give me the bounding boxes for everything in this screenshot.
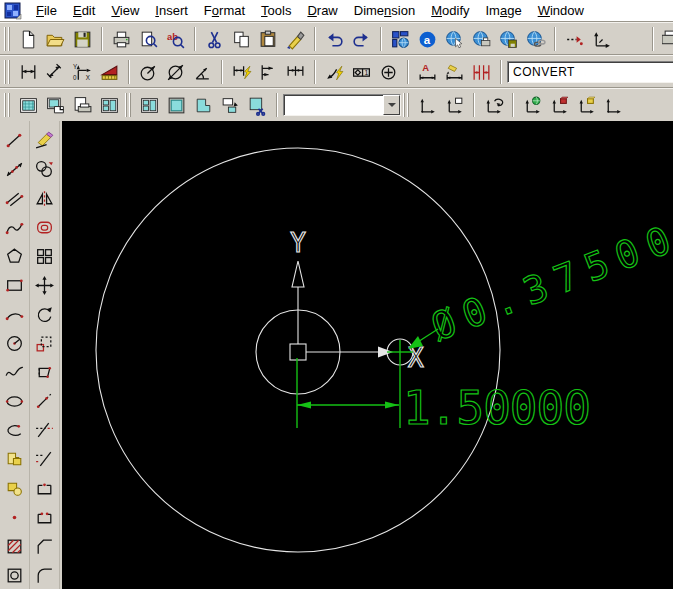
drawing-area[interactable]: Y X Ø0.37500 1.50000 xyxy=(62,121,673,589)
object-ucs-button[interactable] xyxy=(547,92,573,118)
region-tool[interactable] xyxy=(1,561,29,589)
diameter-dimension-text[interactable]: Ø0.37500 xyxy=(425,218,673,349)
dimension-edit-button[interactable] xyxy=(442,59,468,85)
line-tool[interactable] xyxy=(1,126,29,155)
ucs-axes-button[interactable] xyxy=(589,26,615,52)
cad-app-icon[interactable] xyxy=(4,2,22,20)
radius-dimension-button[interactable] xyxy=(136,59,162,85)
autodesk-online-button[interactable]: a xyxy=(415,26,441,52)
toolbar-grab-handle[interactable] xyxy=(125,93,132,117)
world-ucs-button[interactable] xyxy=(520,92,546,118)
web-browse-button[interactable] xyxy=(442,26,468,52)
clipped-ucs-button[interactable] xyxy=(601,92,627,118)
spline-tool[interactable] xyxy=(1,358,29,387)
mirror-tool[interactable] xyxy=(31,184,59,213)
menu-format[interactable]: Format xyxy=(196,1,253,20)
polygonal-viewport-button[interactable] xyxy=(191,92,217,118)
menu-tools[interactable]: Tools xyxy=(253,1,299,20)
scale-tool[interactable] xyxy=(31,329,59,358)
aligned-dimension-button[interactable] xyxy=(43,59,69,85)
stretch-tool[interactable] xyxy=(31,358,59,387)
display-viewports-button[interactable] xyxy=(137,92,163,118)
outer-circle-entity[interactable] xyxy=(96,148,500,552)
lengthen-tool[interactable] xyxy=(31,387,59,416)
single-viewport-button[interactable] xyxy=(164,92,190,118)
rotate-tool[interactable] xyxy=(31,300,59,329)
toolbar-grab-handle[interactable] xyxy=(4,93,11,117)
convert-object-to-viewport-button[interactable] xyxy=(218,92,244,118)
quick-leader-button[interactable] xyxy=(322,59,348,85)
menu-dimension[interactable]: Dimension xyxy=(346,1,423,20)
layout-from-template-button[interactable] xyxy=(43,92,69,118)
insert-block-tool[interactable] xyxy=(1,445,29,474)
match-properties-button[interactable] xyxy=(283,26,309,52)
cut-button[interactable] xyxy=(202,26,228,52)
viewports-dialog-button[interactable] xyxy=(97,92,123,118)
print-button[interactable] xyxy=(109,26,135,52)
extend-tool[interactable] xyxy=(31,445,59,474)
polyline-tool[interactable] xyxy=(1,213,29,242)
menu-draw[interactable]: Draw xyxy=(299,1,345,20)
named-ucs-button[interactable] xyxy=(442,92,468,118)
linear-dimension-button[interactable] xyxy=(16,59,42,85)
spell-check-button[interactable]: ab xyxy=(163,26,189,52)
menu-view[interactable]: View xyxy=(103,1,147,20)
open-button[interactable] xyxy=(43,26,69,52)
hyperlink-button[interactable] xyxy=(523,26,549,52)
new-layout-button[interactable] xyxy=(16,92,42,118)
viewport-scale-combo-dropdown-button[interactable] xyxy=(383,95,400,115)
clip-viewport-button[interactable] xyxy=(245,92,271,118)
baseline-dimension-button[interactable] xyxy=(256,59,282,85)
menu-modify[interactable]: Modify xyxy=(423,1,477,20)
wedge-ruler-dimension-button[interactable] xyxy=(97,59,123,85)
point-tool[interactable] xyxy=(1,503,29,532)
menu-file[interactable]: File xyxy=(28,1,65,20)
break-at-point-tool[interactable] xyxy=(31,503,59,532)
erase-tool[interactable] xyxy=(31,126,59,155)
publish-to-web-button[interactable] xyxy=(388,26,414,52)
ucs-button[interactable] xyxy=(415,92,441,118)
new-button[interactable] xyxy=(16,26,42,52)
origin-ucs-button[interactable] xyxy=(574,92,600,118)
trim-tool[interactable] xyxy=(31,416,59,445)
drawing-canvas-svg[interactable]: Y X Ø0.37500 1.50000 xyxy=(62,121,673,589)
menu-insert[interactable]: Insert xyxy=(147,1,196,20)
circle-tool[interactable] xyxy=(1,329,29,358)
page-setup-button[interactable] xyxy=(70,92,96,118)
toolbar-grab-handle[interactable] xyxy=(4,60,11,84)
center-grip-box[interactable] xyxy=(290,344,306,360)
move-tool[interactable] xyxy=(31,271,59,300)
continue-dimension-button[interactable] xyxy=(283,59,309,85)
copy-button[interactable] xyxy=(229,26,255,52)
redo-button[interactable] xyxy=(349,26,375,52)
polygon-tool[interactable] xyxy=(1,242,29,271)
hatch-tool[interactable] xyxy=(1,532,29,561)
quick-dimension-button[interactable] xyxy=(229,59,255,85)
print-preview-button[interactable] xyxy=(136,26,162,52)
make-block-tool[interactable] xyxy=(1,474,29,503)
array-tool[interactable] xyxy=(31,242,59,271)
menu-image[interactable]: Image xyxy=(478,1,530,20)
previous-ucs-button[interactable] xyxy=(481,92,507,118)
diameter-dimension-button[interactable] xyxy=(163,59,189,85)
web-plot-button[interactable] xyxy=(469,26,495,52)
menu-edit[interactable]: Edit xyxy=(65,1,103,20)
angular-dimension-button[interactable] xyxy=(190,59,216,85)
tolerance-button[interactable]: 1 xyxy=(349,59,375,85)
arc-tool[interactable] xyxy=(1,300,29,329)
rectangle-tool[interactable] xyxy=(1,271,29,300)
dimension-update-button[interactable] xyxy=(469,59,495,85)
web-save-button[interactable] xyxy=(496,26,522,52)
ellipse-arc-tool[interactable] xyxy=(1,416,29,445)
toolbar-grab-handle[interactable] xyxy=(403,93,410,117)
ellipse-tool[interactable] xyxy=(1,387,29,416)
toolbar-grab-handle[interactable] xyxy=(4,27,11,51)
multiline-tool[interactable] xyxy=(1,184,29,213)
chamfer-tool[interactable] xyxy=(31,532,59,561)
center-mark-button[interactable] xyxy=(376,59,402,85)
break-tool[interactable] xyxy=(31,474,59,503)
dimension-text-edit-button[interactable]: A xyxy=(415,59,441,85)
fillet-tool[interactable] xyxy=(31,561,59,589)
menu-window[interactable]: Window xyxy=(530,1,592,20)
offset-tool[interactable] xyxy=(31,213,59,242)
